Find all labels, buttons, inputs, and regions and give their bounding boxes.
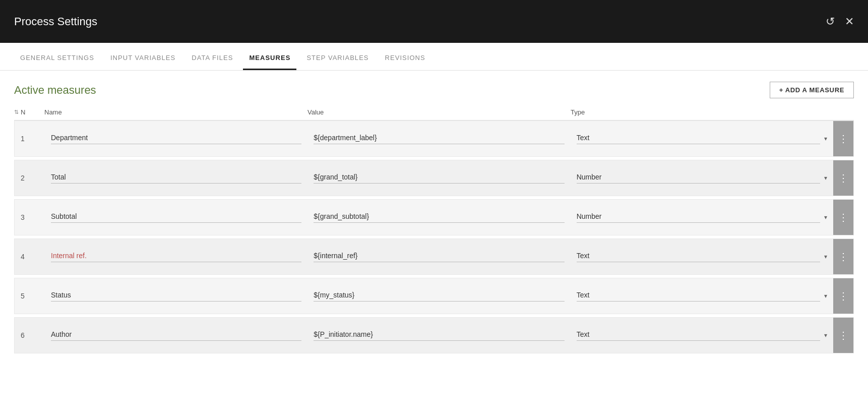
tab-data-files[interactable]: DATA FILES [185, 54, 239, 70]
type-dropdown-arrow-2[interactable]: ▾ [824, 174, 827, 182]
three-dots-icon-5: ⋮ [838, 291, 848, 301]
row-value-cell-4[interactable]: ${internal_ref} [307, 244, 570, 270]
row-number-2: 2 [15, 174, 45, 182]
table-row: 3 Subtotal ${grand_subtotal} Number ▾ ⋮ [14, 199, 854, 235]
column-header-type: Type [571, 108, 834, 116]
table-row: 6 Author ${P_initiator.name} Text ▾ ⋮ [14, 317, 854, 353]
tabs-bar: GENERAL SETTINGS INPUT VARIABLES DATA FI… [0, 43, 868, 71]
add-measure-button[interactable]: + ADD A MEASURE [770, 82, 854, 98]
row-value-cell-1[interactable]: ${department_label} [307, 126, 570, 152]
titlebar: Process Settings ↺ ✕ [0, 0, 868, 43]
three-dots-icon-3: ⋮ [838, 212, 848, 222]
row-name-cell-6[interactable]: Author [45, 322, 307, 349]
row-type-cell-6[interactable]: Text ▾ [571, 322, 833, 349]
table-body: 1 Department ${department_label} Text ▾ … [14, 121, 854, 353]
row-menu-button-3[interactable]: ⋮ [833, 200, 853, 235]
row-type-cell-4[interactable]: Text ▾ [571, 244, 833, 270]
row-menu-button-6[interactable]: ⋮ [833, 318, 853, 353]
tab-input-variables[interactable]: INPUT VARIABLES [104, 54, 181, 70]
type-dropdown-arrow-4[interactable]: ▾ [824, 253, 827, 260]
measures-table: ⇅ N Name Value Type 1 Department ${depar… [0, 104, 868, 367]
row-name-cell-4[interactable]: Internal ref. [45, 244, 307, 270]
row-name-cell-2[interactable]: Total [45, 165, 307, 192]
tab-measures[interactable]: MEASURES [243, 54, 296, 70]
row-type-cell-3[interactable]: Number ▾ [571, 204, 833, 231]
row-name-cell-3[interactable]: Subtotal [45, 204, 307, 231]
row-number-3: 3 [15, 213, 45, 221]
row-name-cell-1[interactable]: Department [45, 126, 307, 152]
row-number-6: 6 [15, 331, 45, 339]
section-title: Active measures [14, 84, 96, 97]
section-header: Active measures + ADD A MEASURE [0, 71, 868, 104]
row-menu-button-1[interactable]: ⋮ [833, 121, 853, 156]
tab-general-settings[interactable]: GENERAL SETTINGS [14, 54, 100, 70]
three-dots-icon-4: ⋮ [838, 252, 848, 262]
type-dropdown-arrow-5[interactable]: ▾ [824, 292, 827, 299]
row-number-5: 5 [15, 292, 45, 300]
column-header-value: Value [307, 108, 571, 116]
table-row: 2 Total ${grand_total} Number ▾ ⋮ [14, 160, 854, 196]
row-value-cell-2[interactable]: ${grand_total} [307, 165, 570, 192]
row-type-cell-5[interactable]: Text ▾ [571, 283, 833, 310]
three-dots-icon-1: ⋮ [838, 134, 848, 144]
main-content: Active measures + ADD A MEASURE ⇅ N Name… [0, 71, 868, 420]
type-dropdown-arrow-3[interactable]: ▾ [824, 214, 827, 221]
refresh-icon[interactable]: ↺ [826, 15, 835, 28]
row-menu-button-2[interactable]: ⋮ [833, 160, 853, 196]
column-header-n[interactable]: ⇅ N [14, 108, 44, 116]
sort-icon: ⇅ [14, 109, 19, 115]
row-value-cell-6[interactable]: ${P_initiator.name} [307, 322, 570, 349]
tab-step-variables[interactable]: STEP VARIABLES [300, 54, 375, 70]
row-value-cell-5[interactable]: ${my_status} [307, 283, 570, 310]
three-dots-icon-2: ⋮ [838, 173, 848, 183]
type-dropdown-arrow-1[interactable]: ▾ [824, 135, 827, 142]
type-dropdown-arrow-6[interactable]: ▾ [824, 332, 827, 339]
row-value-cell-3[interactable]: ${grand_subtotal} [307, 204, 570, 231]
row-type-cell-1[interactable]: Text ▾ [571, 126, 833, 152]
column-header-actions [834, 108, 854, 116]
row-type-cell-2[interactable]: Number ▾ [571, 165, 833, 192]
row-name-cell-5[interactable]: Status [45, 283, 307, 310]
table-row: 1 Department ${department_label} Text ▾ … [14, 121, 854, 157]
page-title: Process Settings [14, 15, 97, 28]
three-dots-icon-6: ⋮ [838, 330, 848, 340]
table-row: 4 Internal ref. ${internal_ref} Text ▾ ⋮ [14, 238, 854, 275]
row-number-1: 1 [15, 135, 45, 143]
titlebar-actions: ↺ ✕ [826, 15, 854, 28]
row-menu-button-5[interactable]: ⋮ [833, 278, 853, 314]
table-header: ⇅ N Name Value Type [14, 104, 854, 121]
row-menu-button-4[interactable]: ⋮ [833, 239, 853, 274]
tab-revisions[interactable]: REVISIONS [379, 54, 431, 70]
row-number-4: 4 [15, 253, 45, 261]
table-row: 5 Status ${my_status} Text ▾ ⋮ [14, 278, 854, 314]
close-icon[interactable]: ✕ [845, 15, 854, 28]
column-header-name: Name [44, 108, 307, 116]
